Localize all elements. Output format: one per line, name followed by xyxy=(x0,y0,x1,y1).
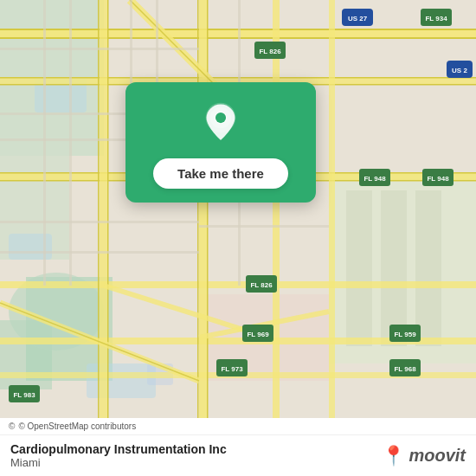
map-pin-icon xyxy=(198,101,243,146)
map-container: US 27 FL 934 FL 826 FL 826 FL 948 FL 948… xyxy=(0,0,476,476)
svg-text:FL 826: FL 826 xyxy=(250,281,273,289)
svg-rect-44 xyxy=(0,221,199,223)
map-background: US 27 FL 934 FL 826 FL 826 FL 948 FL 948… xyxy=(0,0,476,476)
svg-rect-8 xyxy=(87,363,156,398)
svg-text:FL 934: FL 934 xyxy=(425,15,447,23)
location-info: Cardiopulmonary Instrumentation Inc Miam… xyxy=(10,442,227,469)
svg-point-79 xyxy=(215,113,226,123)
svg-text:US 2: US 2 xyxy=(452,67,467,74)
svg-text:FL 826: FL 826 xyxy=(259,48,281,55)
info-row: Cardiopulmonary Instrumentation Inc Miam… xyxy=(0,434,476,476)
svg-text:FL 948: FL 948 xyxy=(427,175,449,183)
svg-text:US 27: US 27 xyxy=(348,15,368,23)
svg-text:FL 959: FL 959 xyxy=(394,331,416,338)
bottom-bar: © © OpenStreetMap contributors Cardiopul… xyxy=(0,418,476,476)
svg-rect-13 xyxy=(415,190,441,346)
svg-rect-47 xyxy=(43,0,46,286)
attribution-text: © OpenStreetMap contributors xyxy=(18,421,136,431)
svg-text:FL 969: FL 969 xyxy=(247,331,269,338)
moovit-pin-icon: 📍 xyxy=(382,447,405,466)
svg-text:FL 983: FL 983 xyxy=(13,391,35,399)
osm-icon: © xyxy=(9,421,15,431)
svg-rect-41 xyxy=(0,48,199,50)
svg-rect-33 xyxy=(273,0,280,476)
svg-rect-11 xyxy=(346,190,372,346)
svg-rect-46 xyxy=(199,225,329,228)
svg-text:FL 968: FL 968 xyxy=(394,365,416,373)
location-name: Cardiopulmonary Instrumentation Inc xyxy=(10,442,227,456)
svg-rect-28 xyxy=(98,0,100,476)
svg-text:FL 973: FL 973 xyxy=(221,365,243,373)
location-city: Miami xyxy=(10,456,227,469)
moovit-brand-text: moovit xyxy=(408,446,466,466)
location-popup: Take me there xyxy=(125,82,316,203)
svg-rect-45 xyxy=(0,251,199,254)
svg-rect-34 xyxy=(329,0,335,476)
svg-rect-12 xyxy=(381,190,407,346)
svg-rect-29 xyxy=(107,0,109,476)
take-me-there-button[interactable]: Take me there xyxy=(153,158,288,189)
svg-rect-27 xyxy=(100,0,107,476)
moovit-logo: 📍 moovit xyxy=(382,446,466,466)
svg-rect-48 xyxy=(69,0,72,286)
attribution-row: © © OpenStreetMap contributors xyxy=(0,418,476,434)
svg-rect-32 xyxy=(207,0,209,476)
svg-text:FL 948: FL 948 xyxy=(363,175,386,183)
